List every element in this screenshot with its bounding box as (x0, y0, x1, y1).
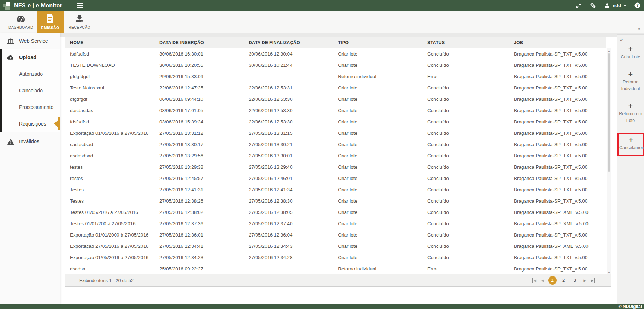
table-row[interactable]: Testes 01/05/2016 à 27/05/201627/05/2016… (65, 206, 606, 218)
top-bar: NFS-e | e-Monitor ndd (0, 0, 644, 11)
previous-page-button[interactable]: ◀ (540, 278, 545, 283)
table-row[interactable]: TESTE DOWNLOAD30/06/2016 10:20:5530/06/2… (65, 59, 606, 71)
table-row[interactable]: dsadsa25/05/2016 09:22:27Retorno individ… (65, 263, 606, 274)
scrollbar-thumb[interactable] (608, 53, 610, 172)
cell-finalizacao: 22/06/2016 12:53:30 (244, 105, 333, 116)
retorno-individual-button[interactable]: + Retorno Individual (617, 69, 644, 94)
last-page-button[interactable]: ▶ (590, 278, 595, 283)
cell-tipo: Criar lote (333, 139, 422, 150)
cell-tipo: Criar lote (333, 93, 422, 105)
cell-nome: sadasdsad (65, 139, 154, 150)
table-row[interactable]: fsdfsdfsd30/06/2016 16:30:0130/06/2016 1… (65, 48, 606, 59)
caret-down-icon (623, 5, 626, 6)
cell-nome: dsadsa (65, 263, 154, 274)
sidebar-item-label: Web Service (19, 38, 48, 44)
plus-icon: + (619, 136, 643, 144)
cell-tipo: Criar lote (333, 240, 422, 252)
table-row[interactable]: gfdgfdgdf29/06/2016 15:33:09Retorno indi… (65, 71, 606, 82)
sidebar-item-invalidos[interactable]: Inválidos (0, 133, 60, 150)
cell-nome: Exportação 01/05/2016 à 27/05/2016 (65, 127, 154, 139)
table-row[interactable]: Testes 01/01/200 à 27/05/201627/05/2016 … (65, 218, 606, 229)
tab-label: DASHBOARD (8, 25, 33, 29)
table-row[interactable]: Testes27/05/2016 12:41:3127/05/2016 12:4… (65, 184, 606, 195)
sidebar-item-upload[interactable]: Upload (2, 49, 60, 65)
cell-job: Braganca Paulista-SP_XML_v.5.00 (509, 218, 606, 229)
table-row[interactable]: sadasdsad27/05/2016 13:30:1727/05/2016 1… (65, 139, 606, 150)
cell-insercao: 27/05/2016 12:34:23 (154, 252, 244, 263)
next-page-button[interactable]: ▶ (583, 278, 587, 283)
table-row[interactable]: dfgdfgdf06/06/2016 09:44:1022/06/2016 12… (65, 93, 606, 105)
cell-insercao: 27/05/2016 12:38:26 (154, 195, 244, 206)
table-row[interactable]: Testes27/05/2016 12:38:2627/05/2016 12:3… (65, 195, 606, 206)
dashboard-gauge-icon (16, 14, 26, 23)
column-header-data-finalizacao[interactable]: DATA DE FINALIZAÇÃO (244, 37, 333, 48)
retorno-em-lote-button[interactable]: + Retorno em Lote (617, 101, 644, 126)
table-row[interactable]: testes27/05/2016 13:29:3827/05/2016 13:2… (65, 161, 606, 173)
collapse-toolbar-icon[interactable]: » (636, 28, 641, 30)
cell-tipo: Criar lote (333, 82, 422, 93)
table-row[interactable]: Exportação 01/05/2016 à 27/05/201627/05/… (65, 127, 606, 139)
column-header-status[interactable]: STATUS (422, 37, 509, 48)
gears-icon[interactable] (590, 2, 596, 9)
tab-dashboard[interactable]: DASHBOARD (5, 11, 37, 33)
sidebar-item-autorizado[interactable]: Autorizado (2, 65, 60, 82)
cell-insercao: 27/05/2016 13:29:38 (154, 161, 244, 173)
scroll-up-icon[interactable]: ▲ (607, 48, 611, 53)
table-row[interactable]: Teste Notas xml22/06/2016 12:47:2522/06/… (65, 82, 606, 93)
page-button-3[interactable]: 3 (571, 276, 579, 285)
user-menu[interactable]: ndd (604, 2, 626, 9)
hamburger-icon[interactable] (77, 3, 83, 8)
help-icon[interactable]: ? (634, 2, 640, 9)
table-row[interactable]: fdsfsdfsd03/06/2016 15:39:2422/06/2016 1… (65, 116, 606, 127)
cell-tipo: Criar lote (333, 116, 422, 127)
requests-grid-panel: NOME DATA DE INSERÇÃO DATA DE FINALIZAÇÃ… (65, 37, 611, 287)
criar-lote-button[interactable]: + Criar Lote (617, 44, 644, 62)
bottom-bar: © NDDigital (0, 304, 644, 309)
cell-job: Braganca Paulista-SP_TXT_v.5.00 (509, 195, 606, 206)
cell-insercao: 03/06/2016 17:01:05 (154, 105, 244, 116)
first-page-button[interactable]: ◀ (532, 278, 537, 283)
double-chevron-right-icon[interactable]: » (620, 36, 623, 42)
table-row[interactable]: Exportação 01/05/2016 à 27/05/201627/05/… (65, 252, 606, 263)
table-row[interactable]: asdasdsad27/05/2016 13:29:5627/05/2016 1… (65, 150, 606, 161)
cell-finalizacao: 27/05/2016 13:29:40 (244, 161, 333, 173)
tab-emissao[interactable]: EMISSÃO (37, 11, 64, 33)
sidebar-item-requisicoes[interactable]: Requisições (2, 115, 60, 132)
sidebar-item-web-service[interactable]: Web Service (0, 33, 60, 49)
cell-insercao: 30/06/2016 16:30:01 (154, 48, 244, 59)
table-row[interactable]: Exportação 01/01/2000 à 27/05/201627/05/… (65, 229, 606, 240)
page-button-2[interactable]: 2 (560, 276, 568, 285)
cell-tipo: Retorno individual (333, 71, 422, 82)
page-button-1[interactable]: 1 (548, 276, 557, 285)
cell-nome: Teste Notas xml (65, 82, 154, 93)
cell-job: Braganca Paulista-SP_TXT_v.5.00 (509, 71, 606, 82)
cell-status: Concluído (422, 252, 509, 263)
column-header-job[interactable]: JOB (509, 37, 606, 48)
cell-job: Braganca Paulista-SP_TXT_v.5.00 (509, 150, 606, 161)
table-row[interactable]: Exportação 27/05/2016 à 27/05/201627/05/… (65, 240, 606, 252)
cell-insercao: 27/05/2016 13:30:17 (154, 139, 244, 150)
cancelamento-button[interactable]: + Cancelamento (617, 133, 644, 156)
table-row[interactable]: restes27/05/2016 12:45:5727/05/2016 12:4… (65, 173, 606, 184)
cell-insercao: 27/05/2016 12:45:57 (154, 173, 244, 184)
download-tray-icon (75, 14, 84, 23)
column-header-data-insercao[interactable]: DATA DE INSERÇÃO (154, 37, 244, 48)
cell-status: Concluído (422, 139, 509, 150)
fullscreen-expand-icon[interactable] (575, 2, 582, 9)
cell-tipo: Criar lote (333, 218, 422, 229)
table-row[interactable]: dasdasdas03/06/2016 17:01:0522/06/2016 1… (65, 105, 606, 116)
module-tab-bar: DASHBOARD EMISSÃO (0, 11, 644, 33)
user-name-label: ndd (613, 3, 621, 8)
tab-recepcao[interactable]: RECEPÇÃO (64, 11, 95, 33)
cell-nome: TESTE DOWNLOAD (65, 59, 154, 71)
nddigital-logo-icon (3, 1, 12, 10)
pagination: ◀ ◀ 123 ▶ ▶ (532, 276, 595, 285)
sidebar-item-processamento[interactable]: Processamento (2, 99, 60, 115)
column-header-tipo[interactable]: TIPO (333, 37, 422, 48)
cell-job: Braganca Paulista-SP_TXT_v.5.00 (509, 252, 606, 263)
sidebar-item-cancelado[interactable]: Cancelado (2, 82, 60, 99)
column-header-nome[interactable]: NOME (65, 37, 154, 48)
plus-icon: + (618, 70, 643, 78)
cell-status: Concluído (422, 195, 509, 206)
cell-nome: fdsfsdfsd (65, 116, 154, 127)
